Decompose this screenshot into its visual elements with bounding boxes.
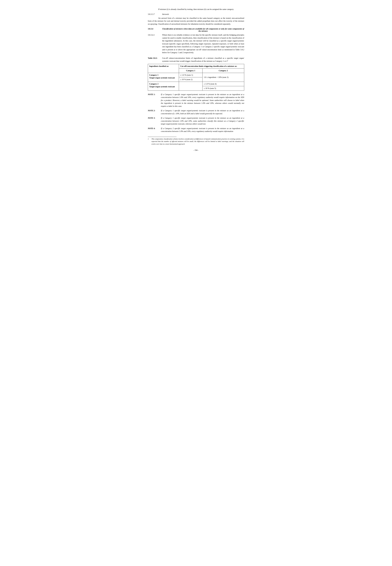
table-3-8-2-label: Table 3.8.2: xyxy=(148,57,162,63)
section-3-8-3-4-num: 3.8.3.4 xyxy=(148,28,162,32)
page-number: - 194 - xyxy=(148,149,244,151)
note-3: NOTE 3: If a Category 1 specific target … xyxy=(148,117,244,125)
section-3-8-3-3-7-heading: 3.8.3.3.7 Aerosols xyxy=(148,13,244,15)
aerosol-paragraph: An aerosol form of a mixture may be clas… xyxy=(148,17,244,26)
table-row-cat2-ingredient: Category 2 Target organ systemic toxican… xyxy=(148,82,179,91)
table-row-cat2: Category 2 Target organ systemic toxican… xyxy=(148,82,244,86)
table-row-cat2-cat2-val2: ≥ 10 % (note 5) xyxy=(202,86,244,91)
section-3-8-3-4-1: 3.8.3.4.1 Where there is no reliable evi… xyxy=(148,33,244,54)
footnote-block: 1 This compromise classification scheme … xyxy=(148,138,244,145)
section-3-8-3-4-title: Classification of mixtures when data are… xyxy=(162,28,244,32)
table-category2-header: Category 2 xyxy=(202,68,244,73)
note-2: NOTE 2: If a Category 1 specific target … xyxy=(148,109,244,115)
note-3-label: NOTE 3: xyxy=(148,117,161,125)
section-3-8-3-4-1-text: Where there is no reliable evidence or t… xyxy=(162,33,244,54)
table-row-cat1-ingredient: Category 1 Target organ systemic toxican… xyxy=(148,73,179,82)
table-3-8-2: Ingredient classified as: Cut-off/concen… xyxy=(148,64,244,91)
table-col1-header: Ingredient classified as: xyxy=(148,64,179,73)
section-3-8-3-3-7-title: Aerosols xyxy=(162,13,169,15)
table-row-cat1-cat1-val1: ≥ 1.0 % (note 1) xyxy=(179,73,203,77)
table-3-8-2-caption: Table 3.8.2: Cut-off values/concentratio… xyxy=(148,57,244,63)
footnote-superscript: 1 xyxy=(227,60,228,61)
note-3-text: If a Category 1 specific target organ/sy… xyxy=(161,117,244,125)
table-row-cat1-cat2-val: 1.0 ≤ ingredient < 10% (note 3) xyxy=(202,73,244,82)
section-3-8-3-3-7-num: 3.8.3.3.7 xyxy=(148,13,162,15)
table-3-8-2-caption-text: Cut-off values/concentration limits of i… xyxy=(162,57,244,63)
table-col2-main-header: Cut-off/concentration limits triggering … xyxy=(179,64,244,68)
table-row-cat2-cat2-val1: ≥ 1.0 % (note 4) xyxy=(202,82,244,86)
table-row-cat1: Category 1 Target organ systemic toxican… xyxy=(148,73,244,77)
page-content: If mixture (i) is already classified by … xyxy=(148,8,244,151)
note-4-label: NOTE 4: xyxy=(148,127,161,133)
section-3-8-3-4-heading: 3.8.3.4 Classification of mixtures when … xyxy=(148,28,244,32)
table-row-cat2-cat1-empty xyxy=(179,82,203,91)
footnote-num: 1 xyxy=(148,138,152,145)
note-2-text: If a Category 1 specific target organ/sy… xyxy=(161,109,244,115)
table-category1-header: Category 1 xyxy=(179,68,203,73)
intro-paragraph: If mixture (i) is already classified by … xyxy=(148,8,244,11)
note-1-text: If a Category 1 specific target organ/sy… xyxy=(161,93,244,108)
footnote-text: This compromise classification scheme in… xyxy=(152,138,244,145)
section-3-8-3-4-1-num: 3.8.3.4.1 xyxy=(148,33,162,54)
note-4: NOTE 4: If a Category 2 specific target … xyxy=(148,127,244,133)
note-4-text: If a Category 2 specific target organ/sy… xyxy=(161,127,244,133)
note-1-label: NOTE 1: xyxy=(148,93,161,108)
table-row-cat1-cat1-val2: ≥ 10 % (note 2) xyxy=(179,77,203,82)
note-1: NOTE 1: If a Category 1 specific target … xyxy=(148,93,244,108)
note-2-label: NOTE 2: xyxy=(148,109,161,115)
